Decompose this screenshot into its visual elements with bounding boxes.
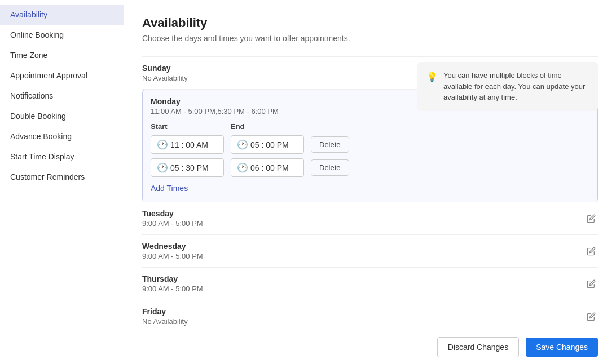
col-start-label: Start — [151, 122, 224, 131]
sidebar-item-online-booking[interactable]: Online Booking — [0, 25, 124, 45]
clock-icon: 🕐 — [157, 139, 168, 150]
pencil-icon — [587, 247, 596, 256]
footer: Discard Changes Save Changes — [124, 330, 616, 364]
sidebar-item-notifications[interactable]: Notifications — [0, 86, 124, 106]
day-name-friday: Friday — [142, 307, 188, 316]
end-time-0[interactable]: 🕐 05 : 00 PM — [231, 135, 304, 154]
page-subtitle: Choose the days and times you want to of… — [142, 34, 598, 43]
sidebar-item-appointment-approval[interactable]: Appointment Approval — [0, 65, 124, 86]
edit-button-tuesday[interactable] — [584, 212, 598, 225]
add-times-button[interactable]: Add Times — [151, 181, 188, 195]
info-box: 💡 You can have multiple blocks of time a… — [417, 62, 598, 111]
day-name-tuesday: Tuesday — [142, 209, 203, 218]
day-row-wednesday: Wednesday 9:00 AM - 5:00 PM — [142, 235, 598, 268]
sidebar-item-double-booking[interactable]: Double Booking — [0, 106, 124, 126]
info-text: You can have multiple blocks of time ava… — [443, 70, 589, 103]
end-time-value-1: 06 : 00 PM — [250, 163, 289, 172]
sidebar-item-time-zone[interactable]: Time Zone — [0, 45, 124, 65]
clock-icon-end: 🕐 — [237, 162, 248, 173]
edit-button-friday[interactable] — [584, 310, 598, 323]
start-time-value-0: 11 : 00 AM — [170, 140, 208, 149]
save-button[interactable]: Save Changes — [526, 338, 598, 357]
day-name-thursday: Thursday — [142, 274, 203, 283]
day-name-wednesday: Wednesday — [142, 242, 203, 251]
lightbulb-icon: 💡 — [426, 70, 438, 84]
start-time-value-1: 05 : 30 PM — [170, 163, 209, 172]
discard-button[interactable]: Discard Changes — [437, 337, 519, 357]
sidebar-item-start-time-display[interactable]: Start Time Display — [0, 147, 124, 167]
end-time-value-0: 05 : 00 PM — [250, 140, 289, 149]
sidebar: AvailabilityOnline BookingTime ZoneAppoi… — [0, 0, 124, 364]
day-name-sunday: Sunday — [142, 64, 188, 73]
delete-button-0[interactable]: Delete — [311, 136, 349, 153]
edit-button-thursday[interactable] — [584, 277, 598, 291]
day-times-sunday: No Availability — [142, 74, 188, 82]
pencil-icon — [587, 214, 596, 223]
start-time-1[interactable]: 🕐 05 : 30 PM — [151, 158, 224, 177]
pencil-icon — [587, 279, 596, 288]
time-table-monday: Start End 🕐 11 : 00 AM 🕐 05 : 00 PM Dele… — [143, 122, 597, 202]
sidebar-item-availability[interactable]: Availability — [0, 5, 124, 25]
sidebar-item-advance-booking[interactable]: Advance Booking — [0, 126, 124, 147]
time-row-1: 🕐 05 : 30 PM 🕐 06 : 00 PM Delete — [151, 158, 589, 177]
day-times-tuesday: 9:00 AM - 5:00 PM — [142, 219, 203, 228]
day-times-wednesday: 9:00 AM - 5:00 PM — [142, 252, 203, 260]
day-row-friday: Friday No Availability — [142, 300, 598, 333]
end-time-1[interactable]: 🕐 06 : 00 PM — [231, 158, 304, 177]
clock-icon-end: 🕐 — [237, 139, 248, 150]
delete-button-1[interactable]: Delete — [311, 159, 349, 176]
page-title: Availability — [142, 16, 598, 30]
sidebar-item-customer-reminders[interactable]: Customer Reminders — [0, 167, 124, 187]
day-name-monday: Monday — [151, 97, 279, 106]
day-times-friday: No Availability — [142, 317, 188, 326]
day-row-thursday: Thursday 9:00 AM - 5:00 PM — [142, 268, 598, 300]
edit-button-wednesday[interactable] — [584, 245, 598, 258]
day-availability-monday: 11:00 AM - 5:00 PM,5:30 PM - 6:00 PM — [151, 107, 279, 116]
clock-icon: 🕐 — [157, 162, 168, 173]
day-times-thursday: 9:00 AM - 5:00 PM — [142, 285, 203, 293]
col-end-label: End — [231, 122, 304, 131]
time-row-0: 🕐 11 : 00 AM 🕐 05 : 00 PM Delete — [151, 135, 589, 154]
start-time-0[interactable]: 🕐 11 : 00 AM — [151, 135, 224, 154]
main-content: Availability Choose the days and times y… — [124, 0, 616, 364]
day-row-tuesday: Tuesday 9:00 AM - 5:00 PM — [142, 202, 598, 235]
pencil-icon — [587, 312, 596, 321]
